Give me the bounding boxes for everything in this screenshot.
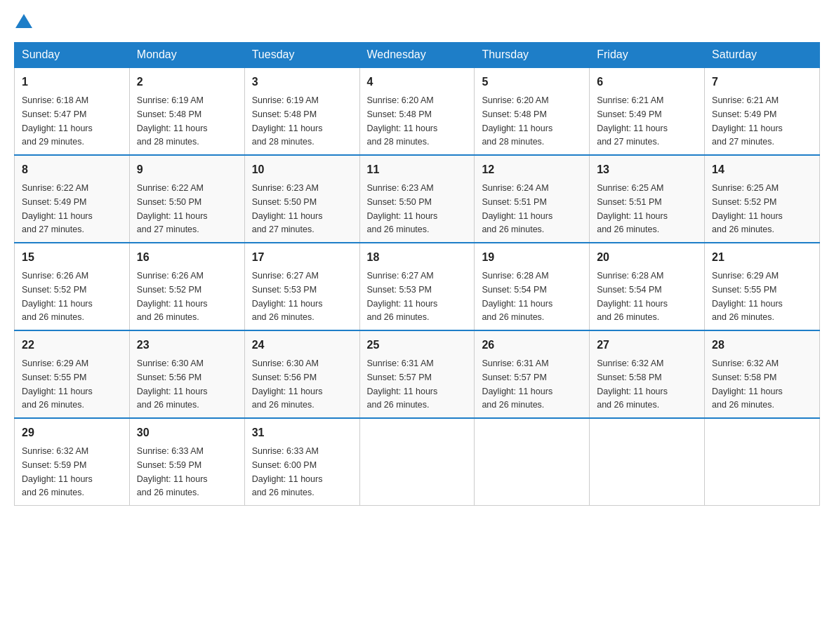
week-row-5: 29 Sunrise: 6:32 AMSunset: 5:59 PMDaylig… [15,418,820,506]
calendar-cell: 11 Sunrise: 6:23 AMSunset: 5:50 PMDaylig… [359,155,475,243]
day-info: Sunrise: 6:22 AMSunset: 5:49 PMDaylight:… [22,183,93,234]
calendar-cell: 21 Sunrise: 6:29 AMSunset: 5:55 PMDaylig… [705,243,820,330]
calendar-cell: 15 Sunrise: 6:26 AMSunset: 5:52 PMDaylig… [15,243,130,330]
calendar-cell [705,418,820,506]
day-number: 23 [137,337,237,354]
day-info: Sunrise: 6:25 AMSunset: 5:52 PMDaylight:… [712,183,783,234]
day-number: 12 [482,161,582,178]
calendar-cell: 20 Sunrise: 6:28 AMSunset: 5:54 PMDaylig… [590,243,705,330]
day-number: 27 [597,337,697,354]
calendar-cell: 29 Sunrise: 6:32 AMSunset: 5:59 PMDaylig… [15,418,130,506]
day-number: 10 [252,161,352,178]
day-info: Sunrise: 6:32 AMSunset: 5:58 PMDaylight:… [597,358,668,410]
calendar-table: SundayMondayTuesdayWednesdayThursdayFrid… [14,42,820,506]
calendar-cell: 3 Sunrise: 6:19 AMSunset: 5:48 PMDayligh… [244,67,359,155]
week-row-2: 8 Sunrise: 6:22 AMSunset: 5:49 PMDayligh… [15,155,820,243]
day-info: Sunrise: 6:27 AMSunset: 5:53 PMDaylight:… [252,271,323,322]
day-number: 14 [712,161,812,178]
day-number: 26 [482,337,582,354]
header-row: SundayMondayTuesdayWednesdayThursdayFrid… [15,43,820,68]
column-header-saturday: Saturday [705,43,820,68]
calendar-cell: 14 Sunrise: 6:25 AMSunset: 5:52 PMDaylig… [705,155,820,243]
day-info: Sunrise: 6:28 AMSunset: 5:54 PMDaylight:… [482,271,552,322]
calendar-cell: 19 Sunrise: 6:28 AMSunset: 5:54 PMDaylig… [475,243,590,330]
calendar-cell: 28 Sunrise: 6:32 AMSunset: 5:58 PMDaylig… [705,330,820,418]
day-number: 15 [22,249,122,266]
day-number: 13 [597,161,697,178]
page-header [14,14,820,28]
day-number: 7 [712,74,812,90]
column-header-tuesday: Tuesday [244,43,359,68]
day-info: Sunrise: 6:29 AMSunset: 5:55 PMDaylight:… [22,358,93,410]
calendar-cell: 6 Sunrise: 6:21 AMSunset: 5:49 PMDayligh… [590,67,705,155]
day-number: 21 [712,249,812,266]
day-info: Sunrise: 6:20 AMSunset: 5:48 PMDaylight:… [482,95,552,147]
day-info: Sunrise: 6:26 AMSunset: 5:52 PMDaylight:… [137,271,208,322]
column-header-friday: Friday [590,43,705,68]
day-number: 30 [137,424,237,441]
day-info: Sunrise: 6:21 AMSunset: 5:49 PMDaylight:… [597,95,668,147]
column-header-wednesday: Wednesday [359,43,475,68]
day-number: 1 [22,74,122,90]
calendar-cell: 1 Sunrise: 6:18 AMSunset: 5:47 PMDayligh… [15,67,130,155]
day-info: Sunrise: 6:32 AMSunset: 5:58 PMDaylight:… [712,358,783,410]
calendar-cell: 16 Sunrise: 6:26 AMSunset: 5:52 PMDaylig… [129,243,244,330]
calendar-cell: 22 Sunrise: 6:29 AMSunset: 5:55 PMDaylig… [15,330,130,418]
calendar-cell: 23 Sunrise: 6:30 AMSunset: 5:56 PMDaylig… [129,330,244,418]
calendar-cell: 8 Sunrise: 6:22 AMSunset: 5:49 PMDayligh… [15,155,130,243]
day-number: 9 [137,161,237,178]
logo-triangle-icon [15,14,32,28]
calendar-cell: 9 Sunrise: 6:22 AMSunset: 5:50 PMDayligh… [129,155,244,243]
day-info: Sunrise: 6:27 AMSunset: 5:53 PMDaylight:… [367,271,438,322]
day-number: 8 [22,161,122,178]
day-number: 22 [22,337,122,354]
day-number: 4 [367,74,468,90]
day-info: Sunrise: 6:23 AMSunset: 5:50 PMDaylight:… [367,183,438,234]
day-info: Sunrise: 6:18 AMSunset: 5:47 PMDaylight:… [22,95,93,147]
column-header-monday: Monday [129,43,244,68]
column-header-sunday: Sunday [15,43,130,68]
day-number: 19 [482,249,582,266]
day-info: Sunrise: 6:32 AMSunset: 5:59 PMDaylight:… [22,446,93,497]
calendar-cell: 31 Sunrise: 6:33 AMSunset: 6:00 PMDaylig… [244,418,359,506]
day-info: Sunrise: 6:19 AMSunset: 5:48 PMDaylight:… [137,95,208,147]
calendar-cell [590,418,705,506]
day-number: 16 [137,249,237,266]
calendar-cell: 13 Sunrise: 6:25 AMSunset: 5:51 PMDaylig… [590,155,705,243]
calendar-cell: 27 Sunrise: 6:32 AMSunset: 5:58 PMDaylig… [590,330,705,418]
day-info: Sunrise: 6:33 AMSunset: 6:00 PMDaylight:… [252,446,323,497]
logo-text [14,14,34,28]
day-number: 25 [367,337,468,354]
day-info: Sunrise: 6:28 AMSunset: 5:54 PMDaylight:… [597,271,668,322]
calendar-cell: 25 Sunrise: 6:31 AMSunset: 5:57 PMDaylig… [359,330,475,418]
calendar-cell [359,418,475,506]
calendar-cell: 5 Sunrise: 6:20 AMSunset: 5:48 PMDayligh… [475,67,590,155]
logo [14,14,34,28]
calendar-cell: 24 Sunrise: 6:30 AMSunset: 5:56 PMDaylig… [244,330,359,418]
day-info: Sunrise: 6:22 AMSunset: 5:50 PMDaylight:… [137,183,208,234]
day-number: 11 [367,161,468,178]
calendar-cell: 17 Sunrise: 6:27 AMSunset: 5:53 PMDaylig… [244,243,359,330]
column-header-thursday: Thursday [475,43,590,68]
calendar-cell: 2 Sunrise: 6:19 AMSunset: 5:48 PMDayligh… [129,67,244,155]
day-info: Sunrise: 6:33 AMSunset: 5:59 PMDaylight:… [137,446,208,497]
day-number: 6 [597,74,697,90]
day-number: 5 [482,74,582,90]
day-number: 28 [712,337,812,354]
day-info: Sunrise: 6:31 AMSunset: 5:57 PMDaylight:… [367,358,438,410]
day-info: Sunrise: 6:19 AMSunset: 5:48 PMDaylight:… [252,95,323,147]
day-number: 29 [22,424,122,441]
day-number: 31 [252,424,352,441]
day-number: 20 [597,249,697,266]
day-number: 2 [137,74,237,90]
day-info: Sunrise: 6:29 AMSunset: 5:55 PMDaylight:… [712,271,783,322]
calendar-cell: 4 Sunrise: 6:20 AMSunset: 5:48 PMDayligh… [359,67,475,155]
day-number: 24 [252,337,352,354]
week-row-4: 22 Sunrise: 6:29 AMSunset: 5:55 PMDaylig… [15,330,820,418]
day-info: Sunrise: 6:30 AMSunset: 5:56 PMDaylight:… [137,358,208,410]
day-info: Sunrise: 6:23 AMSunset: 5:50 PMDaylight:… [252,183,323,234]
day-info: Sunrise: 6:26 AMSunset: 5:52 PMDaylight:… [22,271,93,322]
calendar-cell: 30 Sunrise: 6:33 AMSunset: 5:59 PMDaylig… [129,418,244,506]
day-info: Sunrise: 6:20 AMSunset: 5:48 PMDaylight:… [367,95,438,147]
calendar-cell: 18 Sunrise: 6:27 AMSunset: 5:53 PMDaylig… [359,243,475,330]
